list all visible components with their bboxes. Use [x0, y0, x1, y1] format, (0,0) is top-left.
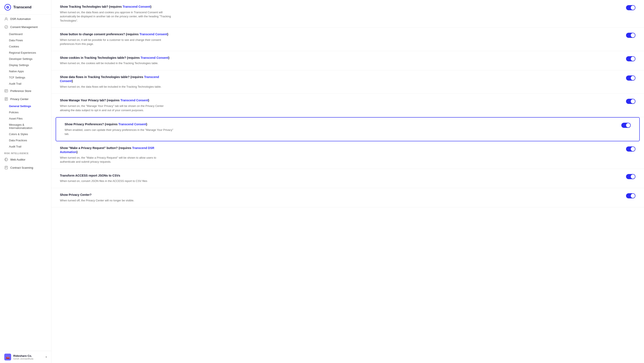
sidebar-sub-dashboard[interactable]: Dashboard — [0, 31, 51, 37]
sidebar-sub-audit-trail-consent[interactable]: Audit Trail — [0, 81, 51, 87]
privacy-icon — [4, 97, 8, 101]
toggle-show-make-privacy-request-button[interactable] — [626, 146, 636, 152]
setting-title-show-tracking-tab: Show Tracking Technologies tab? (require… — [60, 5, 171, 9]
toggle-thumb-show-button-change-consent — [631, 33, 635, 37]
toggle-transform-access-report[interactable] — [626, 174, 636, 179]
setting-link-show-data-flows-tracking-table[interactable]: Transcend Consent — [60, 75, 159, 83]
setting-row-show-make-privacy-request-button: Show "Make a Privacy Request" button? (r… — [51, 141, 644, 169]
sidebar-item-dsr-automation[interactable]: DSR Automation — [0, 15, 51, 23]
sidebar-sub-developer-settings[interactable]: Developer Settings — [0, 56, 51, 62]
setting-link-show-manage-privacy-tab[interactable]: Transcend Consent — [120, 98, 148, 102]
toggle-track-show-make-privacy-request-button — [626, 146, 636, 152]
sidebar-sub-colors-styles[interactable]: Colors & Styles — [0, 131, 51, 137]
toggle-track-show-privacy-preferences — [621, 123, 631, 128]
setting-title-show-button-change-consent: Show button to change consent preference… — [60, 32, 171, 36]
sidebar-sub-display-settings[interactable]: Display Settings — [0, 62, 51, 68]
setting-text-show-manage-privacy-tab: Show Manage Your Privacy tab? (requires … — [60, 98, 171, 112]
setting-title-show-privacy-center: Show Privacy Center? — [60, 193, 134, 197]
setting-text-show-privacy-preferences: Show Privacy Preferences? (requires Tran… — [64, 122, 176, 136]
sidebar-sub-audit-trail-privacy[interactable]: Audit Trail — [0, 143, 51, 150]
toggle-wrapper-show-privacy-preferences[interactable] — [621, 122, 631, 128]
setting-title-show-privacy-preferences: Show Privacy Preferences? (requires Tran… — [64, 122, 176, 127]
toggle-track-show-button-change-consent — [626, 33, 636, 38]
sidebar-sub-asset-files[interactable]: Asset Files — [0, 115, 51, 122]
consent-icon — [4, 25, 8, 29]
setting-title-transform-access-report: Transform ACCESS report JSONs to CSVs — [60, 174, 147, 178]
setting-text-show-make-privacy-request-button: Show "Make a Privacy Request" button? (r… — [60, 146, 171, 164]
sidebar-item-dsr-label: DSR Automation — [10, 17, 31, 20]
setting-text-show-tracking-tab: Show Tracking Technologies tab? (require… — [60, 5, 171, 23]
sidebar-sub-policies[interactable]: Policies — [0, 109, 51, 115]
toggle-track-show-privacy-center — [626, 193, 636, 198]
toggle-show-manage-privacy-tab[interactable] — [626, 99, 636, 104]
setting-link-show-make-privacy-request-button[interactable]: Transcend DSR Automation — [60, 146, 154, 154]
sidebar-sub-regional-experiences[interactable]: Regional Experiences — [0, 50, 51, 56]
sidebar-sub-data-flows[interactable]: Data Flows — [0, 37, 51, 43]
sidebar-item-contract-scanning[interactable]: Contract Scanning — [0, 164, 51, 172]
setting-desc-show-button-change-consent: When turned on, it will be possible for … — [60, 38, 171, 46]
pref-icon — [4, 89, 8, 93]
setting-text-show-cookies-tracking-table: Show cookies in Tracking Technologies ta… — [60, 56, 170, 65]
sidebar-item-web-auditor-label: Web Auditor — [10, 158, 26, 161]
toggle-show-button-change-consent[interactable] — [626, 33, 636, 38]
setting-text-show-button-change-consent: Show button to change consent preference… — [60, 32, 171, 46]
sidebar: Transcend DSR Automation Consent Managem… — [0, 0, 51, 363]
setting-desc-show-privacy-center: When turned off, the Privacy Center will… — [60, 198, 134, 203]
toggle-show-tracking-tab[interactable] — [626, 5, 636, 10]
toggle-wrapper-show-data-flows-tracking-table[interactable] — [626, 75, 636, 81]
setting-row-show-data-flows-tracking-table: Show data flows in Tracking Technologies… — [51, 70, 644, 94]
setting-row-transform-access-report: Transform ACCESS report JSONs to CSVsWhe… — [51, 169, 644, 188]
sidebar-sub-general-settings[interactable]: General Settings — [0, 103, 51, 109]
setting-text-show-data-flows-tracking-table: Show data flows in Tracking Technologies… — [60, 75, 171, 89]
transcend-logo-icon — [4, 4, 11, 11]
contract-icon — [4, 166, 8, 170]
sidebar-sub-native-apps[interactable]: Native Apps — [0, 68, 51, 74]
toggle-track-show-manage-privacy-tab — [626, 99, 636, 104]
toggle-wrapper-show-tracking-tab[interactable] — [626, 5, 636, 10]
toggle-thumb-transform-access-report — [631, 174, 635, 179]
setting-link-show-tracking-tab[interactable]: Transcend Consent — [122, 5, 150, 8]
setting-link-show-cookies-tracking-table[interactable]: Transcend Consent — [140, 56, 168, 59]
footer-user-name: Girish Jonnavithula — [13, 358, 44, 360]
setting-title-show-make-privacy-request-button: Show "Make a Privacy Request" button? (r… — [60, 146, 171, 154]
toggle-wrapper-show-privacy-center[interactable] — [626, 193, 636, 198]
sidebar-item-consent-management[interactable]: Consent Management — [0, 23, 51, 31]
toggle-thumb-show-tracking-tab — [631, 5, 635, 10]
toggle-show-cookies-tracking-table[interactable] — [626, 56, 636, 61]
settings-list: Show Tracking Technologies tab? (require… — [51, 0, 644, 207]
toggle-show-privacy-preferences[interactable] — [621, 123, 631, 128]
toggle-thumb-show-privacy-center — [631, 194, 635, 198]
setting-link-show-button-change-consent[interactable]: Transcend Consent — [140, 32, 167, 36]
setting-title-show-data-flows-tracking-table: Show data flows in Tracking Technologies… — [60, 75, 171, 83]
chevron-down-icon: ▾ — [46, 356, 47, 359]
sidebar-sub-tcf-settings[interactable]: TCF Settings — [0, 74, 51, 81]
risk-intelligence-section-label: RISK INTELLIGENCE — [0, 150, 51, 155]
setting-row-show-button-change-consent: Show button to change consent preference… — [51, 27, 644, 51]
toggle-thumb-show-data-flows-tracking-table — [631, 76, 635, 80]
toggle-show-data-flows-tracking-table[interactable] — [626, 75, 636, 81]
toggle-wrapper-show-manage-privacy-tab[interactable] — [626, 98, 636, 104]
setting-desc-transform-access-report: When turned on, convert JSON files in th… — [60, 179, 147, 183]
setting-row-show-privacy-preferences: Show Privacy Preferences? (requires Tran… — [56, 117, 640, 141]
setting-desc-show-manage-privacy-tab: When turned on, the "Manage Your Privacy… — [60, 104, 171, 112]
main-content: Show Tracking Technologies tab? (require… — [51, 0, 644, 363]
sidebar-sub-cookies[interactable]: Cookies — [0, 43, 51, 50]
setting-link-show-privacy-preferences[interactable]: Transcend Consent — [118, 122, 146, 126]
sidebar-item-privacy-label: Privacy Center — [10, 97, 28, 101]
toggle-wrapper-show-make-privacy-request-button[interactable] — [626, 146, 636, 152]
toggle-wrapper-show-cookies-tracking-table[interactable] — [626, 56, 636, 61]
sidebar-item-privacy-center[interactable]: Privacy Center — [0, 95, 51, 103]
toggle-wrapper-show-button-change-consent[interactable] — [626, 32, 636, 38]
sidebar-item-web-auditor[interactable]: Web Auditor — [0, 155, 51, 164]
setting-title-show-manage-privacy-tab: Show Manage Your Privacy tab? (requires … — [60, 98, 171, 103]
sidebar-item-consent-label: Consent Management — [10, 25, 38, 29]
brand-logo[interactable]: Transcend — [0, 0, 51, 15]
sidebar-item-preference-store[interactable]: Preference Store — [0, 87, 51, 95]
toggle-show-privacy-center[interactable] — [626, 193, 636, 198]
sidebar-sub-messages-i18n[interactable]: Messages & Internationalization — [0, 122, 51, 131]
user-footer[interactable]: 🚗 Rideshare Co. Girish Jonnavithula ▾ — [0, 351, 51, 363]
setting-desc-show-tracking-tab: When turned on, the data flows and cooki… — [60, 10, 171, 23]
toggle-wrapper-transform-access-report[interactable] — [626, 174, 636, 179]
sidebar-sub-data-practices[interactable]: Data Practices — [0, 137, 51, 143]
toggle-thumb-show-cookies-tracking-table — [631, 57, 635, 61]
